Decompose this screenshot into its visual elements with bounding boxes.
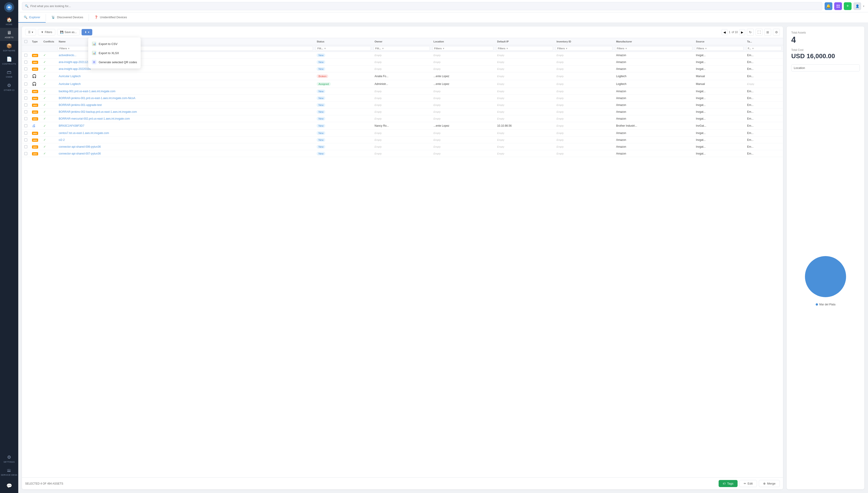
notification-btn[interactable]: 🔔 — [825, 2, 832, 10]
grid-view-btn[interactable]: ⊞ — [764, 29, 771, 36]
sidebar-item-other[interactable]: ⚙ OTHER CI — [0, 80, 18, 93]
invid-filter-input[interactable]: Filters▼ — [556, 46, 613, 51]
select-btn[interactable]: ☰ ▾ — [25, 29, 36, 35]
csv-icon: 📊 — [92, 42, 97, 46]
export-xlsx-item[interactable]: 📊 Export to XLSX — [88, 48, 141, 58]
row-name: ci2-2 — [57, 136, 314, 143]
row-checkbox[interactable] — [24, 110, 27, 113]
row-default-ip: Empty — [495, 65, 554, 72]
row-default-ip: Empty — [495, 88, 554, 95]
row-tag: Em... — [745, 52, 783, 59]
asset-name-link[interactable]: ana-insight-app-20211220 — [59, 61, 91, 64]
location-filter-input[interactable]: Filters▼ — [433, 46, 494, 51]
asset-name-link[interactable]: ana-insight-app-20220104 — [59, 67, 91, 70]
row-checkbox[interactable] — [24, 117, 27, 120]
asset-name-link[interactable]: ci2-2 — [59, 138, 65, 142]
source-filter-input[interactable]: Filters▼ — [695, 46, 744, 51]
row-status: New — [314, 108, 372, 115]
sidebar-item-software[interactable]: 📦 SOFTWARE — [0, 41, 18, 54]
apps-btn[interactable] — [834, 2, 842, 10]
export-csv-item[interactable]: 📊 Export to CSV — [88, 39, 141, 48]
sidebar-item-service-desk[interactable]: 🛎 SERVICE DESK — [0, 465, 18, 478]
row-checkbox[interactable] — [24, 74, 27, 78]
row-checkbox[interactable] — [24, 53, 27, 57]
asset-name-link[interactable]: BORRAR-jenkins-001.prd.us-east-1.aws.int… — [59, 97, 135, 100]
status-filter-input[interactable]: Filt...▼ — [316, 46, 371, 51]
row-checkbox[interactable] — [24, 152, 27, 155]
sidebar-item-assets[interactable]: 🖥 ASSETS — [0, 28, 18, 41]
select-all-checkbox[interactable] — [24, 40, 27, 43]
refresh-btn[interactable]: ↻ — [747, 29, 754, 36]
export-dropdown: 📊 Export to CSV 📊 Export to XLSX ⊞ Gener… — [88, 38, 141, 68]
asset-name-link[interactable]: activedirecto... — [59, 53, 76, 57]
prev-page-btn[interactable]: ◀ — [722, 29, 727, 35]
asset-name-link[interactable]: BORRAR-jenkins-002-backup.prd.us-east-1.… — [59, 110, 137, 113]
row-checkbox[interactable] — [24, 67, 27, 70]
filters-btn[interactable]: ▼ Filters — [38, 29, 55, 35]
tab-discovered[interactable]: 📡 Discovered Devices — [46, 12, 89, 23]
search-box[interactable]: 🔍 — [22, 2, 822, 10]
asset-name-link[interactable]: BRN3C2AF438F3D7 — [59, 124, 84, 127]
printer-icon: 🖨 — [32, 124, 36, 128]
row-checkbox[interactable] — [24, 103, 27, 107]
row-checkbox[interactable] — [24, 82, 27, 86]
sidebar-item-cmdb[interactable]: 🗃 CMDB — [0, 67, 18, 80]
sidebar-item-settings[interactable]: ⚙ SETTINGS — [0, 452, 18, 465]
add-btn[interactable]: + — [844, 2, 851, 10]
settings-btn[interactable]: ⚙ — [773, 29, 780, 36]
edit-btn[interactable]: ✏ Edit — [739, 480, 757, 487]
status-badge: New — [316, 53, 325, 57]
asset-name-link[interactable]: centos7.tst.us-east-1.aws.int.invgate.co… — [59, 131, 109, 135]
location-select[interactable]: Location — [791, 64, 860, 71]
save-as-btn[interactable]: 💾 Save as... — [57, 29, 80, 35]
ip-filter-input[interactable]: Filters▼ — [496, 46, 553, 51]
row-status: New — [314, 52, 372, 59]
asset-name-link[interactable]: Auricular Logitech — [59, 82, 81, 86]
tab-explorer[interactable]: 🔍 Explorer — [18, 12, 46, 23]
settings-icon: ⚙ — [7, 454, 11, 460]
row-checkbox[interactable] — [24, 61, 27, 64]
tab-unidentified-label: Unidentified Devices — [100, 16, 127, 19]
status-badge: Assigned — [316, 82, 331, 86]
asset-name-link[interactable]: BORRAR-jenkins-001-upgrade-test — [59, 103, 102, 107]
asset-name-link[interactable]: backlog-001.prd.us-east-1.aws.int.invgat… — [59, 90, 115, 93]
sidebar-item-help[interactable]: 💬 — [0, 481, 18, 491]
row-checkbox[interactable] — [24, 97, 27, 100]
search-input[interactable] — [30, 4, 819, 8]
sidebar-item-contracts[interactable]: 📄 CONTRACTS — [0, 54, 18, 67]
asset-name-link[interactable]: connector-api-shared-006-pytun36 — [59, 145, 101, 148]
tags-filter-icon: ▼ — [752, 47, 754, 50]
tags-btn[interactable]: 🏷 Tags — [719, 480, 737, 487]
sidebar-item-home[interactable]: 🏠 HOME — [0, 15, 18, 28]
tags-filter-input[interactable]: F...▼ — [746, 46, 782, 51]
asset-name-link[interactable]: Auricular Logitech — [59, 74, 81, 78]
fullscreen-btn[interactable]: ⛶ — [756, 29, 763, 36]
table-row: aws ✓ connector-api-shared-006-pytun36 N… — [22, 143, 783, 150]
app-logo[interactable] — [4, 2, 14, 12]
merge-btn[interactable]: ⊕ Merge — [759, 480, 780, 487]
row-source: Invgat... — [694, 52, 745, 59]
owner-filter-input[interactable]: Filt...▼ — [374, 46, 430, 51]
asset-name-link[interactable]: connector-api-shared-007-pytun36 — [59, 152, 101, 155]
filter-icon: ▼ — [41, 30, 44, 34]
row-source: Invgat... — [694, 115, 745, 122]
row-checkbox[interactable] — [24, 90, 27, 93]
mfr-filter-input[interactable]: Filters▼ — [615, 46, 692, 51]
download-btn[interactable]: ⬇ ▾ — [82, 29, 92, 35]
th-conflicts: Conflicts — [41, 38, 57, 45]
asset-name-link[interactable]: BORRAR-mercurial-002.prd.us-east-1.aws.i… — [59, 117, 130, 120]
row-checkbox[interactable] — [24, 124, 27, 127]
row-tag: Em... — [745, 115, 783, 122]
next-page-btn[interactable]: ▶ — [739, 29, 745, 35]
row-checkbox[interactable] — [24, 145, 27, 148]
tab-unidentified[interactable]: ❓ Unidentified Devices — [89, 12, 132, 23]
row-checkbox[interactable] — [24, 131, 27, 135]
nav-tabs: 🔍 Explorer 📡 Discovered Devices ❓ Uniden… — [18, 12, 868, 23]
user-btn[interactable]: 👤 — [853, 2, 861, 10]
table-row: aws ✓ BORRAR-jenkins-001-upgrade-test Ne… — [22, 102, 783, 108]
row-conflict: ✓ — [41, 52, 57, 59]
row-owner: Administr... — [372, 80, 431, 88]
aws-badge: aws — [32, 152, 38, 155]
generate-qr-item[interactable]: ⊞ Generate selected QR codes — [88, 58, 141, 67]
row-checkbox[interactable] — [24, 138, 27, 142]
